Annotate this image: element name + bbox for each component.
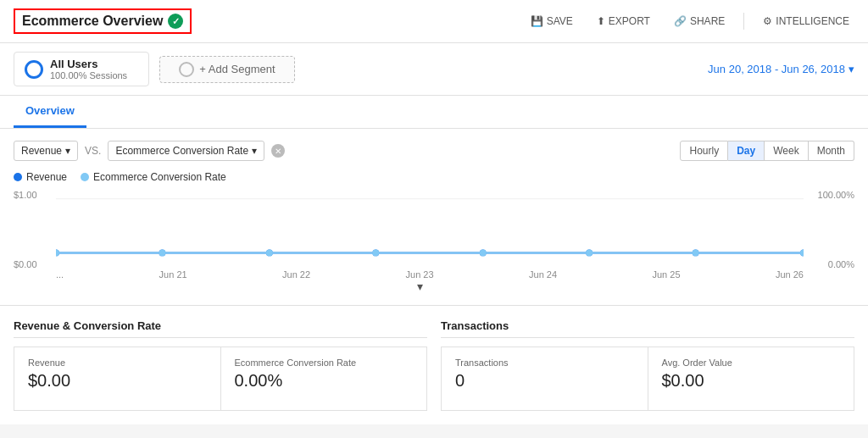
svg-point-12 — [266, 249, 273, 256]
chevron-down-icon: ▾ — [849, 63, 854, 75]
chevron-down-icon: ▾ — [252, 145, 257, 157]
svg-point-15 — [586, 249, 593, 256]
week-button[interactable]: Week — [765, 141, 808, 161]
y-axis-right: 100.00% 0.00% — [818, 190, 854, 269]
share-icon: 🔗 — [674, 15, 687, 27]
save-button[interactable]: 💾 SAVE — [526, 12, 578, 30]
group2-title: Transactions — [441, 319, 854, 338]
add-segment-circle-icon — [179, 62, 194, 77]
day-button[interactable]: Day — [728, 141, 765, 161]
chart-controls: Revenue ▾ VS. Ecommerce Conversion Rate … — [14, 141, 854, 161]
header-actions: 💾 SAVE ⬆ EXPORT 🔗 SHARE ⚙ INTELLIGENCE — [526, 12, 854, 30]
save-icon: 💾 — [531, 15, 543, 27]
svg-point-17 — [800, 249, 804, 256]
chart-legend: Revenue Ecommerce Conversion Rate — [14, 171, 854, 183]
intelligence-button[interactable]: ⚙ INTELLIGENCE — [758, 12, 854, 30]
hourly-button[interactable]: Hourly — [680, 141, 728, 161]
chart-area: Revenue ▾ VS. Ecommerce Conversion Rate … — [0, 129, 868, 306]
legend-conversion: Ecommerce Conversion Rate — [81, 171, 226, 183]
x-axis: ... Jun 21 Jun 22 Jun 23 ▾ Jun 24 Jun 25… — [56, 266, 804, 293]
divider — [743, 13, 744, 30]
chevron-down-icon: ▾ — [65, 145, 70, 157]
legend-dot-conversion — [81, 173, 89, 181]
time-buttons: Hourly Day Week Month — [680, 141, 854, 161]
svg-point-10 — [56, 249, 59, 256]
metric2-selector[interactable]: Ecommerce Conversion Rate ▾ — [108, 141, 264, 161]
legend-revenue: Revenue — [14, 171, 67, 183]
metrics-group-transactions: Transactions Transactions 0 Avg. Order V… — [441, 319, 854, 411]
segment-left: All Users 100.00% Sessions + Add Segment — [14, 52, 295, 86]
x-label-jun23: Jun 23 ▾ — [406, 269, 434, 293]
month-button[interactable]: Month — [809, 141, 854, 161]
chart-svg — [56, 190, 804, 266]
segment-bar: All Users 100.00% Sessions + Add Segment… — [0, 43, 868, 96]
intelligence-icon: ⚙ — [763, 15, 772, 27]
svg-point-16 — [693, 249, 699, 256]
svg-point-11 — [159, 249, 166, 256]
date-range-label: Jun 20, 2018 - Jun 26, 2018 — [708, 63, 845, 75]
metric-card-avg-order: Avg. Order Value $0.00 — [648, 347, 855, 411]
share-button[interactable]: 🔗 SHARE — [669, 12, 730, 30]
chart-selectors: Revenue ▾ VS. Ecommerce Conversion Rate … — [14, 141, 285, 161]
group1-cards: Revenue $0.00 Ecommerce Conversion Rate … — [14, 347, 427, 411]
tab-overview[interactable]: Overview — [14, 96, 86, 128]
metrics-section: Revenue & Conversion Rate Revenue $0.00 … — [0, 306, 868, 424]
metric1-selector[interactable]: Revenue ▾ — [14, 141, 78, 161]
export-icon: ⬆ — [597, 15, 605, 27]
vs-label: VS. — [85, 145, 101, 157]
svg-point-14 — [480, 249, 487, 256]
metric-card-conversion: Ecommerce Conversion Rate 0.00% — [221, 347, 428, 411]
top-bar: Ecommerce Overview ✓ 💾 SAVE ⬆ EXPORT 🔗 S… — [0, 0, 868, 43]
metric-card-transactions: Transactions 0 — [441, 347, 648, 411]
segment-circle-icon — [25, 60, 43, 79]
svg-point-13 — [372, 249, 379, 256]
group2-cards: Transactions 0 Avg. Order Value $0.00 — [441, 347, 854, 411]
group1-title: Revenue & Conversion Rate — [14, 319, 427, 338]
title-text: Ecommerce Overview — [22, 14, 163, 29]
status-check-icon: ✓ — [168, 14, 183, 29]
chart-wrapper: $1.00 $0.00 100.00% 0.00% — [56, 190, 804, 293]
metrics-group-revenue: Revenue & Conversion Rate Revenue $0.00 … — [14, 319, 427, 411]
remove-metric2-button[interactable]: ✕ — [271, 144, 285, 158]
tabs-bar: Overview — [0, 96, 868, 129]
page-title: Ecommerce Overview ✓ — [14, 8, 192, 34]
export-button[interactable]: ⬆ EXPORT — [592, 12, 655, 30]
metric-card-revenue: Revenue $0.00 — [14, 347, 221, 411]
metrics-groups: Revenue & Conversion Rate Revenue $0.00 … — [14, 319, 854, 411]
all-users-segment[interactable]: All Users 100.00% Sessions — [14, 52, 149, 86]
y-axis-left: $1.00 $0.00 — [14, 190, 37, 269]
jun23-chevron: ▾ — [417, 280, 423, 293]
segment-info: All Users 100.00% Sessions — [50, 58, 127, 80]
add-segment-button[interactable]: + Add Segment — [159, 56, 295, 83]
date-range-picker[interactable]: Jun 20, 2018 - Jun 26, 2018 ▾ — [708, 63, 854, 75]
legend-dot-revenue — [14, 173, 22, 181]
